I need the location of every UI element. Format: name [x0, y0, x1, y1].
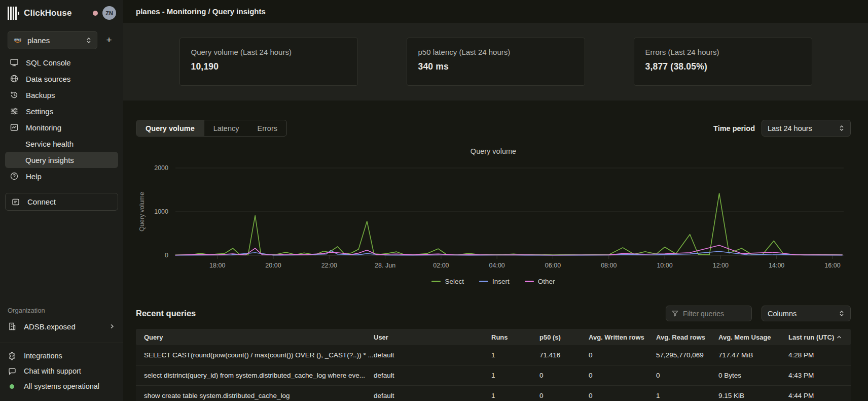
legend-item-insert[interactable]: Insert — [479, 278, 510, 285]
sidebar-item-service-health[interactable]: Service health — [5, 136, 118, 152]
organization-item[interactable]: ADSB.exposed — [8, 318, 116, 335]
tab-errors[interactable]: Errors — [248, 120, 286, 136]
sidebar-item-label: Integrations — [24, 352, 62, 360]
column-header-p50-s[interactable]: p50 (s) — [539, 333, 589, 341]
cell-user: default — [374, 392, 491, 399]
sidebar-item-label: Chat with support — [24, 367, 81, 375]
organization-section: Organization ADSB.exposed — [0, 307, 123, 335]
svg-text:16:00: 16:00 — [824, 262, 840, 269]
svg-text:0: 0 — [165, 252, 168, 259]
svg-text:20:00: 20:00 — [265, 262, 281, 269]
legend-swatch — [431, 281, 441, 282]
avatar[interactable]: ZN — [102, 6, 116, 20]
columns-select[interactable]: Columns — [762, 306, 851, 321]
svg-text:22:00: 22:00 — [321, 262, 337, 269]
legend-item-other[interactable]: Other — [525, 278, 555, 285]
sidebar-item-label: Data sources — [26, 75, 70, 83]
recent-queries-controls: Columns — [666, 306, 851, 321]
funnel-icon — [671, 310, 679, 317]
sidebar: ClickHouse ZN aws planes + SQL ConsoleDa… — [0, 0, 123, 401]
chevron-up-down-icon — [839, 125, 845, 131]
sidebar-item-label: Monitoring — [26, 123, 61, 132]
time-period-control: Time period Last 24 hours — [713, 120, 851, 137]
sidebar-item-chat-with-support[interactable]: Chat with support — [8, 363, 116, 379]
time-period-label: Time period — [713, 124, 755, 132]
sidebar-item-backups[interactable]: Backups — [5, 87, 118, 103]
stat-card-errors: Errors (Last 24 hours)3,877 (38.05%) — [634, 38, 812, 86]
cell-query: select distrinct(query_id) from system.d… — [144, 372, 374, 379]
chart-title: Query volume — [136, 147, 851, 155]
cell-p50: 71.416 — [539, 351, 589, 359]
tab-query-volume[interactable]: Query volume — [136, 120, 204, 136]
page-title: planes - Monitoring / Query insights — [136, 7, 266, 16]
data-sources-icon — [10, 74, 19, 83]
column-header-query[interactable]: Query — [144, 333, 374, 341]
legend-item-select[interactable]: Select — [431, 278, 464, 285]
sidebar-item-label: Settings — [26, 107, 53, 116]
tab-latency[interactable]: Latency — [204, 120, 248, 136]
stat-label: Query volume (Last 24 hours) — [191, 48, 346, 56]
column-header-avg-mem-usage[interactable]: Avg. Mem Usage — [718, 333, 788, 341]
column-header-user[interactable]: User — [374, 333, 491, 341]
sidebar-item-label: Help — [26, 172, 42, 181]
cell-runs: 1 — [491, 351, 539, 359]
cell-mem-usage: 0 Bytes — [718, 372, 788, 379]
sidebar-item-settings[interactable]: Settings — [5, 103, 118, 119]
recent-queries-table: QueryUserRunsp50 (s)Avg. Written rowsAvg… — [136, 329, 851, 401]
table-row[interactable]: SELECT CAST(round(pow(count() / max(coun… — [136, 345, 851, 365]
sidebar-item-sql-console[interactable]: SQL Console — [5, 54, 118, 71]
sidebar-item-label: Backups — [26, 91, 55, 99]
sidebar-item-help[interactable]: Help — [5, 168, 118, 184]
cell-last-run: 4:43 PM — [788, 372, 851, 379]
sidebar-footer: IntegrationsChat with supportAll systems… — [0, 343, 123, 394]
connect-button[interactable]: Connect — [5, 193, 118, 211]
cell-written-rows: 0 — [589, 351, 656, 359]
backups-icon — [10, 90, 19, 99]
column-header-avg-read-rows[interactable]: Avg. Read rows — [656, 333, 718, 341]
sidebar-item-label: SQL Console — [26, 58, 71, 67]
service-name: planes — [27, 36, 50, 45]
svg-text:06:00: 06:00 — [545, 262, 561, 269]
main: planes - Monitoring / Query insights Que… — [123, 0, 868, 401]
table-row[interactable]: show create table system.distributed_cac… — [136, 386, 851, 401]
sidebar-item-query-insights[interactable]: Query insights — [5, 152, 118, 168]
legend-label: Other — [538, 278, 555, 285]
organization-name: ADSB.exposed — [24, 322, 76, 331]
svg-text:Query volume: Query volume — [138, 192, 146, 231]
logo-text: ClickHouse — [24, 8, 72, 18]
column-header-last-run-utc[interactable]: Last run (UTC) — [788, 333, 851, 341]
filter-queries-box — [666, 306, 752, 321]
query-volume-chart: 01000200018:0020:0022:0028. Jun02:0004:0… — [136, 158, 851, 274]
svg-text:14:00: 14:00 — [769, 262, 784, 269]
time-period-select[interactable]: Last 24 hours — [762, 120, 851, 137]
column-header-avg-written-rows[interactable]: Avg. Written rows — [589, 333, 656, 341]
sidebar-item-integrations[interactable]: Integrations — [8, 348, 116, 363]
cell-user: default — [374, 351, 491, 359]
sidebar-item-label: Query insights — [25, 156, 74, 164]
table-row[interactable]: select distrinct(query_id) from system.d… — [136, 365, 851, 386]
cell-query: show create table system.distributed_cac… — [144, 392, 374, 399]
clickhouse-logo-icon — [8, 7, 19, 20]
cell-mem-usage: 9.15 KiB — [718, 392, 788, 399]
sidebar-item-all-systems-operational[interactable]: All systems operational — [8, 379, 116, 394]
legend-swatch — [479, 281, 488, 282]
stat-label: Errors (Last 24 hours) — [645, 48, 801, 56]
sidebar-item-monitoring[interactable]: Monitoring — [5, 119, 118, 136]
app: ClickHouse ZN aws planes + SQL ConsoleDa… — [0, 0, 868, 401]
notification-dot — [93, 11, 98, 16]
page-header: planes - Monitoring / Query insights — [123, 0, 868, 23]
sidebar-top: ClickHouse ZN — [0, 0, 123, 20]
svg-text:02:00: 02:00 — [433, 262, 449, 269]
stat-value: 10,190 — [191, 61, 346, 72]
chevron-up-down-icon — [839, 310, 845, 317]
cell-read-rows: 57,295,770,069 — [656, 351, 718, 359]
add-service-button[interactable]: + — [102, 35, 116, 46]
column-header-runs[interactable]: Runs — [491, 333, 539, 341]
sidebar-item-data-sources[interactable]: Data sources — [5, 71, 118, 87]
sidebar-item-label: All systems operational — [24, 382, 99, 390]
service-selector[interactable]: aws planes — [8, 31, 97, 49]
sidebar-item-label: Service health — [25, 140, 74, 148]
monitoring-icon — [10, 123, 19, 132]
filter-queries-input[interactable] — [683, 310, 741, 318]
svg-text:18:00: 18:00 — [209, 262, 225, 269]
